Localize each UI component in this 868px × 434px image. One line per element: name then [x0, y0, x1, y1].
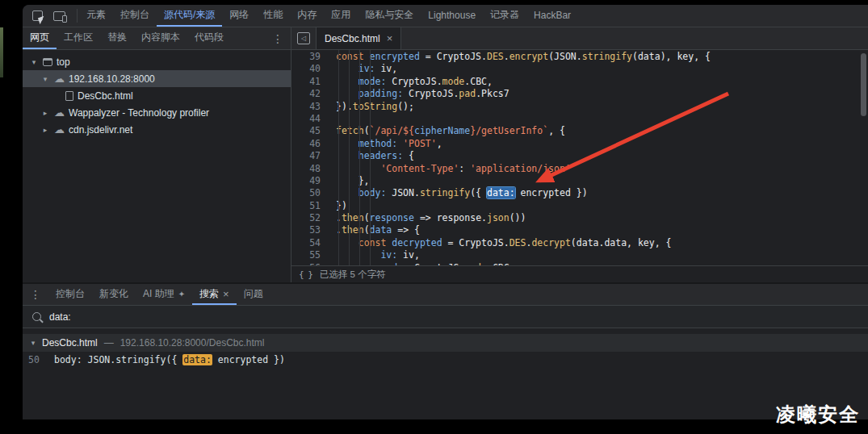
code-line-44: 44 — [291, 113, 868, 125]
code-line-49: 49 }, — [291, 175, 868, 187]
indent-guide — [349, 50, 350, 265]
more-tabs-icon[interactable]: ⋮ — [265, 32, 291, 45]
line-number[interactable]: 52 — [291, 212, 324, 224]
fold-gutter — [324, 76, 336, 88]
tree-item-top[interactable]: ▾top — [23, 53, 291, 70]
pretty-print-icon[interactable]: { } — [299, 269, 312, 280]
code-text: body: JSON.stringify({ data: encrypted }… — [336, 187, 588, 199]
search-toolbar: data: — [23, 306, 868, 328]
line-number[interactable]: 49 — [291, 175, 324, 187]
fold-gutter — [324, 138, 336, 150]
hide-navigator-icon: ◁ — [297, 32, 310, 44]
device-toolbar-icon[interactable] — [53, 11, 65, 21]
line-number[interactable]: 45 — [291, 125, 324, 137]
line-number[interactable]: 54 — [291, 237, 324, 249]
tree-item-label: Wappalyzer - Technology profiler — [69, 107, 209, 119]
line-number[interactable]: 47 — [291, 150, 324, 162]
code-line-39: 39const encrypted = CryptoJS.DES.encrypt… — [291, 51, 868, 63]
screenshot-stage: 元素控制台源代码/来源网络性能内存应用隐私与安全Lighthouse记录器Hac… — [0, 0, 868, 434]
panel-tab-隐私与安全[interactable]: 隐私与安全 — [358, 5, 421, 27]
fold-gutter — [324, 224, 336, 236]
tree-item-label: DesCbc.html — [78, 90, 133, 102]
result-file-name: DesCbc.html — [42, 337, 98, 348]
line-number[interactable]: 41 — [291, 76, 324, 88]
file-tree: ▾top▾☁192.168.10.28:8000DesCbc.html▸☁Wap… — [23, 50, 291, 282]
drawer-menu-icon[interactable]: ⋮ — [23, 288, 48, 301]
search-result-match[interactable]: 50 body: JSON.stringify({ data: encrypte… — [23, 352, 868, 368]
drawer-tab-AI 助理[interactable]: AI 助理✦ — [136, 284, 192, 305]
line-number[interactable]: 48 — [291, 163, 324, 175]
inspect-element-icon[interactable] — [32, 10, 43, 21]
panel-tab-记录器[interactable]: 记录器 — [483, 5, 526, 27]
navigator-tab-网页[interactable]: 网页 — [23, 27, 57, 49]
chevron-right-icon[interactable]: ▸ — [40, 126, 50, 134]
drawer-tab-控制台[interactable]: 控制台 — [48, 284, 92, 305]
panel-tab-HackBar[interactable]: HackBar — [526, 5, 578, 27]
chevron-down-icon[interactable]: ▾ — [40, 75, 50, 83]
background-page-sliver — [0, 27, 3, 77]
cloud-icon: ☁ — [54, 124, 65, 135]
tree-item-Wappalyzer - Technology profiler[interactable]: ▸☁Wappalyzer - Technology profiler — [23, 104, 291, 121]
panel-tab-源代码/来源[interactable]: 源代码/来源 — [157, 5, 222, 27]
panel-tab-网络[interactable]: 网络 — [222, 5, 256, 27]
tree-item-cdn.jsdelivr.net[interactable]: ▸☁cdn.jsdelivr.net — [23, 121, 291, 138]
code-text: const decrypted = CryptoJS.DES.decrypt(d… — [336, 237, 671, 249]
editor-tab-descbc[interactable]: DesCbc.html × — [316, 27, 401, 49]
drawer-tab-label: 搜索 — [199, 287, 219, 301]
tree-item-DesCbc.html[interactable]: DesCbc.html — [23, 87, 291, 104]
navigator-tab-替换[interactable]: 替换 — [100, 27, 134, 49]
code-line-52: 52.then(response => response.json()) — [291, 212, 868, 224]
result-file-path: 192.168.10.28:8000/DesCbc.html — [120, 337, 265, 348]
panel-tab-内存[interactable]: 内存 — [290, 5, 324, 27]
code-line-41: 41 mode: CryptoJS.mode.CBC, — [291, 76, 868, 88]
tree-item-label: top — [57, 56, 70, 68]
panel-tab-控制台[interactable]: 控制台 — [113, 5, 157, 27]
line-number[interactable]: 44 — [291, 113, 324, 125]
code-text: method: 'POST', — [336, 138, 442, 150]
panel-tab-元素[interactable]: 元素 — [79, 5, 113, 27]
line-number[interactable]: 39 — [291, 51, 324, 63]
close-icon[interactable]: × — [223, 288, 229, 300]
code-line-51: 51}) — [291, 200, 868, 212]
line-number[interactable]: 56 — [291, 262, 324, 265]
fold-gutter — [324, 150, 336, 162]
doc-icon — [65, 91, 73, 101]
search-input[interactable]: data: — [49, 311, 71, 323]
panel-tab-性能[interactable]: 性能 — [256, 5, 290, 27]
panel-tab-Lighthouse[interactable]: Lighthouse — [421, 5, 483, 27]
line-number[interactable]: 51 — [291, 200, 324, 212]
drawer-tab-问题[interactable]: 问题 — [237, 284, 270, 305]
navigator-tab-工作区[interactable]: 工作区 — [57, 27, 100, 49]
search-result-file[interactable]: ▾ DesCbc.html — 192.168.10.28:8000/DesCb… — [23, 334, 868, 352]
drawer-tab-label: 问题 — [244, 287, 263, 301]
chevron-right-icon[interactable]: ▸ — [40, 109, 50, 117]
tree-item-label: 192.168.10.28:8000 — [69, 73, 155, 85]
code-line-46: 46 method: 'POST', — [291, 138, 868, 150]
chevron-down-icon[interactable]: ▾ — [29, 58, 39, 66]
line-number[interactable]: 40 — [291, 63, 324, 75]
code-editor[interactable]: 39const encrypted = CryptoJS.DES.encrypt… — [291, 50, 868, 265]
selected-text: data: — [487, 187, 515, 198]
navigator-tab-内容脚本[interactable]: 内容脚本 — [134, 27, 187, 49]
code-lines: 39const encrypted = CryptoJS.DES.encrypt… — [291, 51, 868, 265]
panel-tab-应用[interactable]: 应用 — [324, 5, 358, 27]
indent-guide — [338, 50, 339, 265]
navigator-tab-代码段[interactable]: 代码段 — [187, 27, 231, 49]
fold-gutter — [324, 200, 336, 212]
line-number[interactable]: 46 — [291, 138, 324, 150]
toggle-navigator-button[interactable]: ◁ — [291, 27, 316, 49]
close-icon[interactable]: × — [387, 32, 393, 44]
code-text: mode: CryptoJS.mode.CBC — [336, 262, 509, 265]
indent-guide — [359, 50, 360, 265]
devtools-window: 元素控制台源代码/来源网络性能内存应用隐私与安全Lighthouse记录器Hac… — [23, 5, 868, 419]
line-number[interactable]: 43 — [291, 101, 324, 113]
drawer-tab-新变化[interactable]: 新变化 — [92, 284, 136, 305]
line-number[interactable]: 53 — [291, 224, 324, 236]
editor-scrollbar[interactable] — [861, 53, 866, 116]
drawer-tab-搜索[interactable]: 搜索× — [192, 284, 237, 305]
line-number[interactable]: 50 — [291, 187, 324, 199]
tree-item-192.168.10.28:8000[interactable]: ▾☁192.168.10.28:8000 — [23, 70, 291, 87]
line-number[interactable]: 42 — [291, 88, 324, 100]
fold-gutter — [324, 125, 336, 137]
line-number[interactable]: 55 — [291, 249, 324, 261]
